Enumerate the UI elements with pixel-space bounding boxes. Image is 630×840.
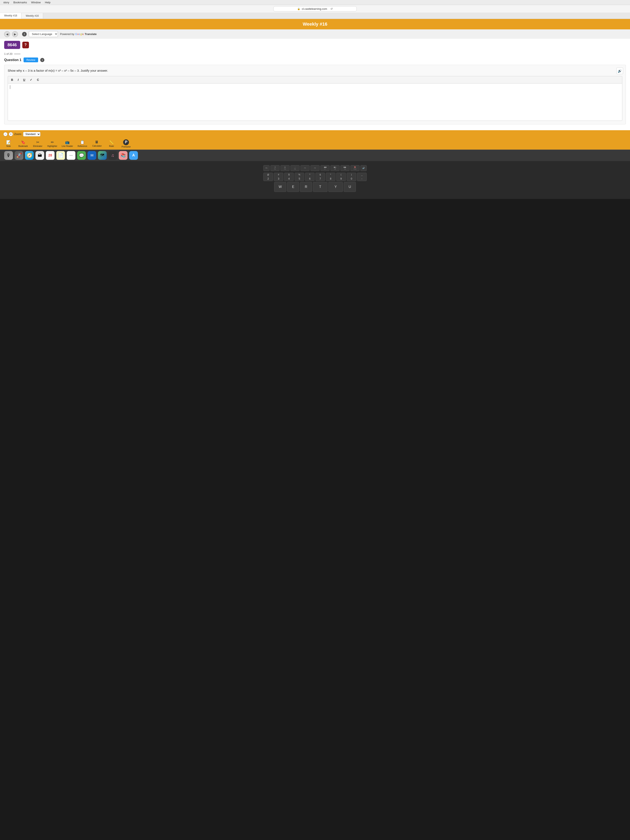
tab-weekly-16-1[interactable]: Weekly #16 [0,13,22,19]
key-w[interactable]: W [274,182,286,192]
key-3[interactable]: # 3 [274,173,283,181]
dock-music[interactable]: ♫ [108,151,117,160]
menu-story[interactable]: story [3,1,9,4]
app-header: Weekly #16 [0,19,630,29]
dock-safari[interactable]: 🧭 [25,151,34,160]
reload-icon[interactable]: ↺ [330,7,333,10]
key-r[interactable]: R [300,182,312,192]
key-dash[interactable]: _ - [357,173,367,181]
key-f2[interactable]: ☀ F2 [270,165,279,171]
key-f10[interactable]: 🔇 F10 [351,165,360,171]
note-icon: 📝 [6,140,11,145]
bookmark-icon: 🔖 [21,140,25,145]
tool-highlighter[interactable]: ✏ Highlighter [47,140,57,147]
dock-calendar[interactable]: 28 [46,151,55,160]
key-5[interactable]: % 5 [295,173,304,181]
key-f1[interactable]: F1 [263,165,270,171]
zoom-minus-button[interactable]: − [3,132,8,136]
question-text: Show why x – 3 is a factor of m(x) = x³ … [8,68,622,73]
tool-note[interactable]: 📝 Note [3,140,14,147]
dock-mail[interactable]: ✉ [87,151,96,160]
dock-reminders[interactable]: ⋯ [67,151,76,160]
browser-tabs: Weekly #16 Weekly #16 [0,13,630,19]
dock-siri[interactable]: 🎙 [4,151,13,160]
dock-messages[interactable]: 💬 [77,151,86,160]
zoom-plus-button[interactable]: + [9,132,13,136]
tool-ruler[interactable]: 📏 Ruler [106,140,117,147]
italic-button[interactable]: I [16,77,20,82]
zoom-select[interactable]: Standard [23,132,40,136]
tab-weekly-16-2[interactable]: Weekly #16 [22,13,43,19]
reference-icon: 📋 [80,140,85,145]
help-button[interactable]: ? [22,42,29,48]
line-reader-label: Line Reader [62,145,73,147]
tab-spacer [43,14,630,17]
key-f4[interactable]: ⋯ F4 [291,165,300,171]
question-header: Question 1 Review i [4,57,626,62]
student-id-badge[interactable]: 8646 [4,41,20,49]
text-editor[interactable] [8,83,622,121]
dock-notes[interactable]: 📄 [56,151,65,160]
text-cursor [10,85,10,89]
protractor-icon: P [123,139,129,145]
translate-text: Translate [85,33,97,36]
key-u[interactable]: U [344,182,356,192]
key-7[interactable]: & 7 [316,173,325,181]
key-f8[interactable]: ▶|| F8 [330,165,339,171]
menu-help[interactable]: Help [45,1,51,4]
nav-forward-button[interactable]: ▶ [12,31,18,37]
dock-books[interactable]: 📚 [119,151,128,160]
key-9[interactable]: ( 9 [336,173,346,181]
key-y[interactable]: Y [328,182,343,192]
key-f3[interactable]: ⊞ F3 [280,165,290,171]
bold-button[interactable]: B [9,77,14,82]
info-button[interactable]: i [22,32,27,36]
page-title: Weekly #16 [303,22,327,27]
app-container: Weekly #16 ◀ ▶ i Select Language Powered… [0,19,630,150]
lock-icon: 🔒 [297,8,300,10]
dock-photos[interactable]: 🏔 [35,151,44,160]
underline-button[interactable]: U [22,77,27,82]
address-bar[interactable]: 🔒 cl.castlelearning.com ↺ [273,6,357,11]
bottom-toolbar: − + Zoom: Standard [0,130,630,138]
check-button[interactable]: ✓ [28,77,34,82]
calculator-label: Calculator [92,145,102,147]
key-2[interactable]: @ 2 [263,173,273,181]
reference-label: Reference [77,145,87,147]
tool-protractor[interactable]: P Protractor [121,139,131,148]
dock-appstore[interactable]: A [129,151,138,160]
key-4[interactable]: $ 4 [284,173,294,181]
progress-bar: 1 of 20 [0,51,630,55]
key-f5[interactable]: F5 [300,165,309,171]
tool-eliminator[interactable]: ✂ Eliminator [33,140,43,147]
dock-launchpad[interactable]: 🚀 [14,151,23,160]
zoom-control: − + Zoom: Standard [3,132,40,136]
language-select[interactable]: Select Language [29,31,58,37]
google-logo: Google [75,33,84,36]
key-e[interactable]: E [287,182,299,192]
key-f7[interactable]: ◀◀ F7 [321,165,330,171]
audio-button[interactable]: 🔊 [616,68,623,74]
google-translate-label: Powered by Google Translate [60,33,97,36]
eliminator-icon: ✂ [36,140,39,145]
key-6[interactable]: ^ 6 [305,173,314,181]
tool-reference[interactable]: 📋 Reference [77,140,87,147]
key-8[interactable]: * 8 [326,173,335,181]
clear-button[interactable]: C [35,77,40,82]
review-button[interactable]: Review [24,57,38,62]
key-0[interactable]: ) 0 [347,173,356,181]
menu-bookmarks[interactable]: Bookmarks [13,1,27,4]
menu-window[interactable]: Window [31,1,41,4]
key-f6[interactable]: F6 [310,165,320,171]
key-f9[interactable]: ▶▶ F9 [340,165,350,171]
tool-bookmark[interactable]: 🔖 Bookmark [18,140,28,147]
tool-calculator[interactable]: 🖩 Calculator [92,140,102,147]
key-volume[interactable]: 🔊 [360,165,367,171]
key-t[interactable]: T [313,182,327,192]
dock-maps[interactable]: 🗺 [98,151,107,160]
tool-line-reader[interactable]: 📺 Line Reader [62,140,73,147]
question-info-button[interactable]: i [40,58,44,62]
nav-back-button[interactable]: ◀ [4,31,10,37]
highlighter-icon: ✏ [51,140,54,145]
dock-bar: 🎙 🚀 🧭 🏔 28 📄 ⋯ 💬 ✉ 🗺 ♫ 📚 A [0,150,630,161]
